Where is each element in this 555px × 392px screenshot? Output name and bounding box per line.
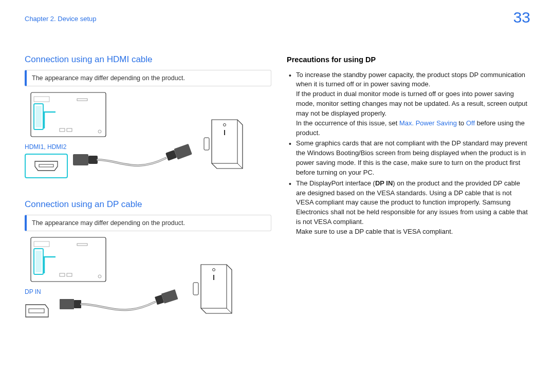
chapter-breadcrumb[interactable]: Chapter 2. Device setup [25,14,96,24]
precaution-item-3: The DisplayPort interface (DP IN) on the… [296,179,530,237]
svg-rect-1 [34,97,49,102]
dp-note: The appearance may differ depending on t… [25,215,271,231]
svg-rect-9 [73,154,88,165]
svg-rect-0 [31,92,106,137]
svg-rect-6 [77,99,87,101]
precautions-title: Precautions for using DP [287,54,530,65]
svg-rect-24 [29,309,44,313]
svg-rect-21 [67,273,72,276]
svg-rect-28 [161,289,178,304]
b3-line2: Make sure to use a DP cable that is VESA… [296,228,453,235]
svg-rect-4 [60,128,65,132]
svg-rect-8 [39,164,53,167]
b3-a: The DisplayPort interface ( [296,179,375,187]
svg-rect-5 [67,128,72,132]
b1-hl2: Off [466,119,475,127]
hdmi-port-icon [25,154,68,178]
precaution-item-1: To increase the standby power capacity, … [296,70,530,138]
svg-rect-20 [60,273,65,276]
left-column: Connection using an HDMI cable The appea… [25,34,271,324]
b1-line2: If the product in dual monitor mode is t… [296,90,527,117]
b1-line1: To increase the standby power capacity, … [296,71,525,88]
b1-line3a: In the occurrence of this issue, set [296,119,399,127]
dp-section-title: Connection using an DP cable [25,198,271,211]
svg-rect-16 [31,237,106,282]
svg-rect-19 [35,251,42,272]
svg-rect-10 [88,156,98,164]
b1-hl1: Max. Power Saving [399,119,457,127]
precaution-item-2: Some graphics cards that are not complia… [296,139,530,177]
hdmi-note: The appearance may differ depending on t… [25,70,271,86]
svg-point-23 [98,275,101,278]
b1-line3b: to [457,119,466,127]
svg-rect-22 [77,244,87,246]
right-column: Precautions for using DP To increase the… [287,34,530,324]
page-number: 33 [513,6,530,29]
svg-point-7 [98,130,101,133]
svg-rect-25 [60,299,74,309]
dp-port-icon [25,304,49,318]
svg-rect-3 [35,106,42,127]
svg-rect-17 [34,241,49,247]
dp-diagram [25,236,271,286]
hdmi-section-title: Connection using an HDMI cable [25,53,271,66]
b3-bold: DP IN [375,179,393,187]
svg-rect-26 [74,300,81,308]
hdmi-diagram [25,91,271,141]
